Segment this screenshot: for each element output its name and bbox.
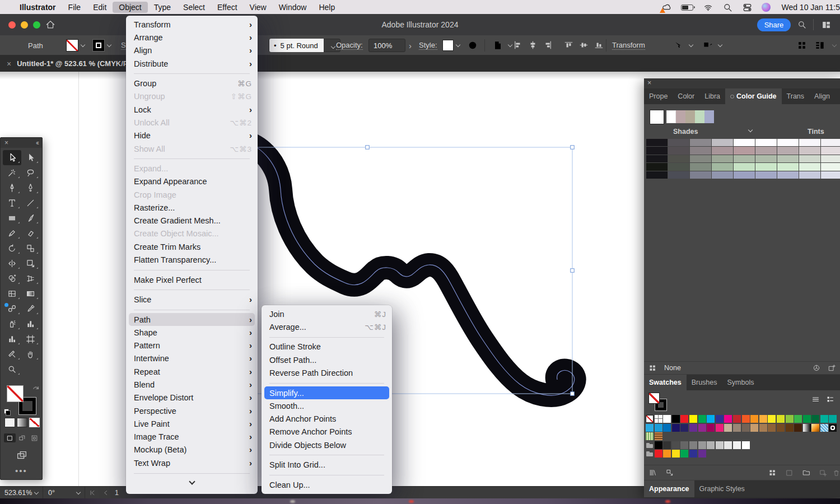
menu-item-envelope-distort[interactable]: Envelope Distort› — [126, 391, 258, 404]
panel-tab-trans[interactable]: Trans — [782, 88, 810, 104]
swatch[interactable] — [742, 441, 750, 449]
close-panel-icon[interactable]: × — [647, 79, 651, 87]
harmony-swatch[interactable] — [695, 110, 704, 123]
none-button[interactable] — [29, 418, 40, 427]
guide-swatch[interactable] — [734, 163, 755, 170]
align-center-icon[interactable] — [528, 40, 539, 51]
swatch[interactable] — [724, 415, 732, 423]
menu-item-outline-stroke[interactable]: Outline Stroke — [262, 340, 392, 353]
lasso-tool[interactable] — [21, 165, 40, 180]
menu-item-image-trace[interactable]: Image Trace› — [126, 431, 258, 444]
menu-item-offset-path[interactable]: Offset Path... — [262, 353, 392, 366]
swatch[interactable] — [733, 415, 741, 423]
harmony-swatch[interactable] — [704, 110, 714, 123]
swatch[interactable] — [733, 441, 741, 449]
swatch[interactable] — [811, 415, 819, 423]
stroke-label-clipped[interactable]: S — [121, 41, 126, 50]
wifi-icon[interactable] — [703, 2, 713, 12]
new-color-group-icon[interactable] — [802, 468, 811, 477]
menu-item-live-paint[interactable]: Live Paint› — [126, 417, 258, 430]
swatch[interactable] — [663, 424, 671, 432]
menubar-item-select[interactable]: Select — [177, 2, 211, 13]
swatch[interactable] — [786, 424, 794, 432]
selection-handle[interactable] — [571, 269, 575, 273]
expand-options-icon[interactable] — [652, 35, 668, 55]
collapse-icon[interactable] — [830, 35, 836, 55]
guide-swatch[interactable] — [646, 155, 668, 162]
menubar-clock[interactable]: Wed 10 Jan 11:5 — [781, 3, 840, 12]
guide-swatch[interactable] — [755, 139, 777, 146]
fill-swatch[interactable] — [66, 35, 85, 55]
menu-item-create-gradient-mesh[interactable]: Create Gradient Mesh... — [126, 214, 258, 227]
share-button[interactable]: Share — [757, 18, 791, 31]
menu-item-flatten-transparency[interactable]: Flatten Transparency... — [126, 253, 258, 266]
spotlight-search-icon[interactable] — [722, 2, 732, 12]
swatch[interactable] — [794, 424, 802, 432]
free-transform-tool[interactable] — [21, 256, 40, 271]
swatch[interactable] — [646, 424, 654, 432]
macos-dock[interactable] — [0, 498, 840, 504]
swatch[interactable] — [742, 424, 750, 432]
rotate-tool[interactable] — [3, 241, 21, 256]
tab-brushes[interactable]: Brushes — [687, 375, 722, 390]
color-button[interactable] — [4, 418, 15, 427]
menu-item-clean-up[interactable]: Clean Up... — [262, 478, 392, 491]
swatch[interactable] — [655, 424, 662, 432]
menu-item-rasterize[interactable]: Rasterize... — [126, 201, 258, 214]
swatch[interactable] — [829, 415, 837, 423]
swatch[interactable] — [689, 450, 697, 458]
swatch[interactable] — [777, 424, 785, 432]
fill-color-control[interactable] — [7, 385, 24, 402]
guide-swatch[interactable] — [734, 171, 755, 179]
menubar-item-view[interactable]: View — [244, 2, 273, 13]
guide-swatch[interactable] — [777, 155, 799, 162]
swatch[interactable] — [820, 415, 828, 423]
panel-tab-libra[interactable]: Libra — [699, 88, 725, 104]
panel-tab-pathfi[interactable]: Pathfi — [835, 88, 840, 104]
menu-item-path[interactable]: Path› — [129, 313, 255, 326]
menubar-item-file[interactable]: File — [62, 2, 87, 13]
swatch[interactable] — [680, 450, 688, 458]
add-to-library-icon[interactable] — [665, 468, 674, 477]
selection-handle[interactable] — [366, 146, 370, 150]
swatches-fill-stroke-indicator[interactable] — [648, 393, 669, 413]
menu-item-lock[interactable]: Lock› — [126, 103, 258, 116]
guide-swatch[interactable] — [690, 163, 711, 170]
pencil-tool[interactable] — [3, 226, 21, 241]
swatch[interactable] — [698, 424, 706, 432]
eyedropper-tool[interactable] — [21, 301, 40, 316]
guide-swatch[interactable] — [712, 147, 733, 154]
menu-item-add-anchor-points[interactable]: Add Anchor Points — [262, 412, 392, 425]
guide-swatch[interactable] — [777, 171, 799, 179]
align-right-icon[interactable] — [543, 40, 554, 51]
menu-item-average[interactable]: Average...⌥⌘J — [262, 320, 392, 333]
dock-app-icon[interactable] — [290, 500, 295, 503]
dock-app-icon[interactable] — [665, 500, 670, 503]
menu-item-blend[interactable]: Blend› — [126, 378, 258, 391]
menu-item-crop-image[interactable]: Crop Image — [126, 188, 258, 201]
first-artboard-button[interactable] — [88, 487, 96, 499]
swatch[interactable] — [680, 441, 688, 449]
swatch[interactable] — [655, 441, 662, 449]
swatch-pat-dot[interactable] — [829, 424, 837, 432]
align-left-icon[interactable] — [512, 40, 524, 51]
isolate-selection-dropdown[interactable] — [671, 35, 693, 55]
guide-swatch[interactable] — [646, 171, 668, 179]
guide-swatch[interactable] — [734, 139, 755, 146]
guide-swatch[interactable] — [755, 147, 777, 154]
guide-swatch[interactable] — [755, 163, 777, 170]
scale-tool[interactable] — [21, 241, 40, 256]
swatch[interactable] — [759, 415, 767, 423]
shape-builder-tool[interactable] — [3, 271, 21, 286]
battery-icon[interactable] — [681, 4, 693, 11]
menu-item-group[interactable]: Group⌘G — [126, 77, 258, 90]
change-screen-mode-icon[interactable] — [16, 449, 28, 461]
swatch-folder[interactable] — [646, 441, 654, 449]
control-center-icon[interactable] — [742, 2, 752, 12]
swatch[interactable] — [768, 424, 776, 432]
guide-swatch[interactable] — [821, 155, 840, 162]
swatch[interactable] — [698, 415, 706, 423]
workspace-grid-icon[interactable] — [794, 35, 810, 55]
limit-colors-icon[interactable] — [648, 364, 657, 372]
guide-swatch[interactable] — [777, 139, 799, 146]
